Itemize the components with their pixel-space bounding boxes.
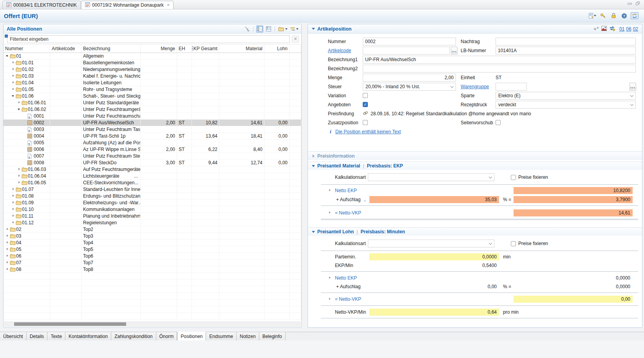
position-level-link-1[interactable]: 01 [619, 26, 624, 32]
netto-vkp-min-field[interactable]: 0,64 [369, 309, 499, 316]
tree-expander-open-icon[interactable] [11, 94, 16, 98]
lohn-section-header[interactable]: Preisanteil Lohn | Preisbasis: Minuten [308, 227, 642, 236]
expand-row-icon[interactable] [329, 276, 331, 279]
scrollbar-thumb[interactable] [14, 322, 126, 326]
tree-expander-closed-icon[interactable] [11, 220, 16, 225]
table-row[interactable]: 01.06.05CEE-Steckvorrichtungen... [4, 180, 301, 186]
table-row[interactable]: 01.06.04Lichtsteuergeräte... [4, 173, 301, 180]
column-header-artikelcode[interactable]: Artikelcode [50, 45, 81, 53]
tree-expander-closed-icon[interactable] [11, 200, 16, 205]
refresh-prices-icon[interactable] [631, 12, 639, 19]
material-aufschlag-pct-field[interactable]: 35,03 [369, 196, 499, 203]
nummer-field[interactable] [363, 38, 456, 45]
tree-expander-open-icon[interactable] [5, 54, 10, 58]
table-row[interactable]: 0007Unter Putz Feuchtraum Stec... [4, 153, 301, 160]
table-row[interactable]: 07Top7 [4, 260, 301, 266]
table-row[interactable]: 01.06Schalt-, Steuer- und Steckg... [4, 93, 301, 100]
bottom-tab-endsumme[interactable]: Endsumme [206, 332, 237, 340]
clear-sort-icon[interactable] [243, 25, 250, 33]
tree-expander-closed-icon[interactable] [11, 87, 16, 92]
table-row[interactable]: 01.12Regieleistungen [4, 220, 301, 226]
tree-expander-closed-icon[interactable] [5, 234, 10, 238]
tree-expander-closed-icon[interactable] [17, 100, 22, 105]
expand-row-icon[interactable] [329, 189, 331, 191]
article-position-header[interactable]: Artikelposition F 010602 [308, 24, 642, 34]
table-row[interactable]: 01.06.01Unter Putz Standardgeräte ... [4, 100, 301, 106]
table-row[interactable]: 03Top3 [4, 233, 301, 240]
tree-expander-closed-icon[interactable] [17, 167, 22, 172]
artikelcode-link-label[interactable]: Artikelcode [328, 48, 351, 53]
preisinformation-section-header[interactable]: Preisinformation [308, 151, 642, 160]
tree-expander-closed-icon[interactable] [11, 207, 16, 212]
column-header-eh[interactable]: EH [177, 45, 192, 53]
help-icon[interactable]: ? [620, 12, 628, 19]
tree-expander-closed-icon[interactable] [11, 67, 16, 72]
seitenvorschub-checkbox[interactable] [496, 120, 501, 125]
table-row[interactable]: 0005Aufzahlung (Az) auf die Pos... [4, 140, 301, 146]
tree-expander-closed-icon[interactable] [17, 174, 22, 178]
lohn-preise-fixieren-checkbox[interactable] [511, 241, 516, 246]
table-row[interactable]: 01.07Standard-Leuchten für Inne... [4, 186, 301, 193]
bottom-tab-notizen[interactable]: Notizen [237, 332, 259, 340]
table-row[interactable]: 01.02Niederspannungsverteilung... [4, 66, 301, 73]
key-icon[interactable] [599, 12, 607, 19]
document-tab-1[interactable]: 000834/1 ELEKTROTECHNIK [2, 1, 81, 9]
table-row[interactable]: 0002UP-FR Aus/WechselSch2,00ST10,8214,61… [4, 120, 301, 126]
table-row[interactable]: 01.01Baustellengemeinkosten [4, 60, 301, 66]
filter-menu-icon[interactable] [289, 25, 299, 33]
bottom-tab-oenorm[interactable]: Önorm [156, 332, 177, 340]
list-view-icon[interactable] [265, 25, 272, 33]
tree-expander-closed-icon[interactable] [11, 214, 16, 218]
report-icon[interactable] [588, 12, 596, 19]
menge-field[interactable] [363, 74, 456, 82]
bezeichnung1-field[interactable] [363, 56, 636, 64]
table-row[interactable]: 01.11Planung und Inbetriebnahme [4, 213, 301, 220]
lock-icon[interactable] [610, 12, 617, 19]
bottom-tab-texte[interactable]: Texte [47, 332, 65, 340]
tree-expander-closed-icon[interactable] [11, 80, 16, 85]
table-row[interactable]: 01.08Erdungs- und Blitzschutzanl... [4, 193, 301, 200]
tree-expander-closed-icon[interactable] [11, 60, 16, 65]
tree-expander-closed-icon[interactable] [11, 187, 16, 192]
table-row[interactable]: 0008UP-FR SteckDo3,00ST9,4412,740,00 [4, 160, 301, 166]
bottom-tab-kontaktinformation[interactable]: Kontaktinformation [65, 332, 111, 340]
nachtrag-field[interactable] [496, 38, 636, 45]
table-row[interactable]: 05Top5 [4, 246, 301, 253]
tree-expander-closed-icon[interactable] [5, 254, 10, 258]
table-row[interactable]: 04Top4 [4, 240, 301, 246]
table-row[interactable]: 01.06.02Unter Putz Feuchtraumgerä... [4, 106, 301, 113]
close-icon[interactable]: ✕ [167, 3, 170, 7]
table-row[interactable]: 0001Unter Putz Feuchtraumscha... [4, 113, 301, 120]
material-kalkulationsart-dropdown[interactable] [368, 173, 494, 181]
expand-row-icon[interactable] [329, 298, 331, 300]
table-row[interactable]: 01.06.03Auf Putz Feuchtraumgeräte ... [4, 166, 301, 173]
lohn-kalkulationsart-dropdown[interactable] [368, 240, 494, 247]
variation-checkbox[interactable] [363, 93, 368, 98]
angeboten-checkbox[interactable]: ✓ [363, 102, 368, 107]
table-row[interactable]: 08Top8 [4, 266, 301, 273]
warengruppe-browse-button[interactable]: ... [630, 83, 636, 91]
warengruppe-link-label[interactable]: Warengruppe [461, 84, 489, 89]
warengruppe-field[interactable] [496, 83, 527, 91]
zusatzposition-checkbox[interactable] [363, 120, 368, 125]
bottom-tab-positionen[interactable]: Positionen [177, 332, 206, 340]
material-aufschlag-value-field[interactable]: 3,7900 [514, 196, 633, 203]
partiemin-field[interactable]: 0,0000 [369, 253, 499, 260]
table-row[interactable]: 0006Az UP-FR Wippe m.Linse Sy...2,00ST6,… [4, 146, 301, 153]
detail-view-icon[interactable] [256, 25, 263, 33]
tree-expander-closed-icon[interactable] [5, 267, 10, 272]
table-row[interactable]: 01.05Rohr- und Tragsysteme [4, 86, 301, 93]
material-netto-vkp-field[interactable]: 14,61 [514, 209, 633, 216]
tree-expander-closed-icon[interactable] [5, 227, 10, 232]
column-header-bezeichnung[interactable]: Bezeichnung [81, 45, 141, 53]
column-header-menge[interactable]: Menge [141, 45, 177, 53]
restore-icon[interactable] [636, 1, 640, 7]
table-row[interactable]: 06Top6 [4, 253, 301, 260]
table-row[interactable]: 02Top2 [4, 226, 301, 233]
horizontal-scrollbar[interactable] [4, 322, 300, 327]
minimize-icon[interactable] [628, 1, 632, 7]
column-header-nummer[interactable]: Nummer [4, 45, 50, 53]
steuer-dropdown[interactable]: 20,00% - Inland 20 % Ust. [363, 83, 456, 91]
bottom-tab-zahlungskondition[interactable]: Zahlungskondition [111, 332, 156, 340]
artikelcode-field[interactable] [363, 47, 450, 55]
